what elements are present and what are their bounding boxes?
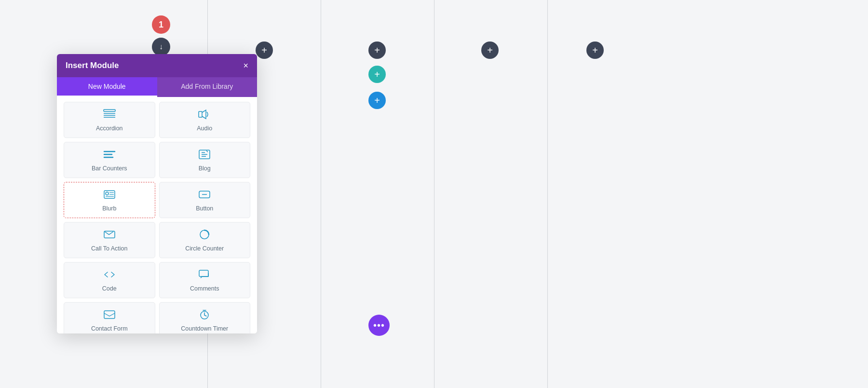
dots-menu-button[interactable]: ••• xyxy=(368,315,390,336)
module-item-comments[interactable]: Comments xyxy=(159,262,251,298)
module-item-accordion[interactable]: Accordion xyxy=(64,102,155,138)
svg-rect-4 xyxy=(199,111,202,117)
audio-icon xyxy=(198,109,211,122)
module-grid: Accordion Audio xyxy=(64,102,250,333)
add-col-button-4[interactable]: + xyxy=(586,42,604,59)
step-badge: 1 xyxy=(152,15,170,34)
accordion-icon xyxy=(103,109,116,122)
circle-counter-icon xyxy=(198,229,211,242)
button-icon xyxy=(198,189,211,202)
tab-new-module[interactable]: New Module xyxy=(57,77,157,97)
add-col-button-1[interactable]: + xyxy=(256,42,273,59)
module-label-circle-counter: Circle Counter xyxy=(185,245,224,252)
module-item-button[interactable]: Button xyxy=(159,182,251,218)
add-col-button-2[interactable]: + xyxy=(368,42,386,59)
module-label-comments: Comments xyxy=(190,285,219,292)
module-label-blog: Blog xyxy=(199,165,211,172)
col-divider-2 xyxy=(321,0,321,388)
module-item-blurb[interactable]: Blurb xyxy=(64,182,155,218)
module-label-call-to-action: Call To Action xyxy=(91,245,128,252)
modal-tabs: New Module Add From Library xyxy=(57,77,257,97)
module-item-call-to-action[interactable]: Call To Action xyxy=(64,222,155,258)
modal-body: Accordion Audio xyxy=(57,97,257,333)
add-col-button-3[interactable]: + xyxy=(481,42,499,59)
countdown-icon xyxy=(198,309,211,322)
modal-header: Insert Module × xyxy=(57,54,257,77)
col-divider-4 xyxy=(547,0,548,388)
insert-module-modal: Insert Module × New Module Add From Libr… xyxy=(57,54,257,333)
module-label-accordion: Accordion xyxy=(96,125,123,132)
add-row-button-blue[interactable]: + xyxy=(368,92,386,109)
module-label-code: Code xyxy=(102,285,117,292)
col-divider-3 xyxy=(434,0,434,388)
module-item-audio[interactable]: Audio xyxy=(159,102,251,138)
module-label-countdown: Countdown Timer xyxy=(181,325,228,332)
svg-rect-0 xyxy=(104,110,115,111)
contact-form-icon xyxy=(103,309,116,322)
module-label-audio: Audio xyxy=(197,125,212,132)
module-item-countdown[interactable]: Countdown Timer xyxy=(159,302,251,333)
module-item-bar-counters[interactable]: Bar Counters xyxy=(64,142,155,178)
module-item-circle-counter[interactable]: Circle Counter xyxy=(159,222,251,258)
module-item-code[interactable]: Code xyxy=(64,262,155,298)
svg-rect-19 xyxy=(104,311,115,319)
step-arrow: ↓ xyxy=(152,38,170,56)
module-item-contact-form[interactable]: Contact Form xyxy=(64,302,155,333)
add-row-button-teal[interactable]: + xyxy=(368,66,386,83)
modal-title: Insert Module xyxy=(66,61,119,70)
bar-counters-icon xyxy=(103,149,116,162)
module-item-blog[interactable]: Blog xyxy=(159,142,251,178)
module-label-button: Button xyxy=(196,205,213,212)
blog-icon xyxy=(198,149,211,162)
comments-icon xyxy=(198,269,211,282)
module-label-blurb: Blurb xyxy=(102,205,116,212)
svg-point-10 xyxy=(106,192,108,195)
svg-rect-18 xyxy=(199,270,208,277)
call-to-action-icon xyxy=(103,229,116,242)
modal-close-button[interactable]: × xyxy=(243,61,248,70)
module-label-bar-counters: Bar Counters xyxy=(92,165,127,172)
code-icon xyxy=(103,269,116,282)
blurb-icon xyxy=(103,189,116,202)
tab-add-from-library[interactable]: Add From Library xyxy=(157,77,258,97)
module-label-contact-form: Contact Form xyxy=(91,325,128,332)
